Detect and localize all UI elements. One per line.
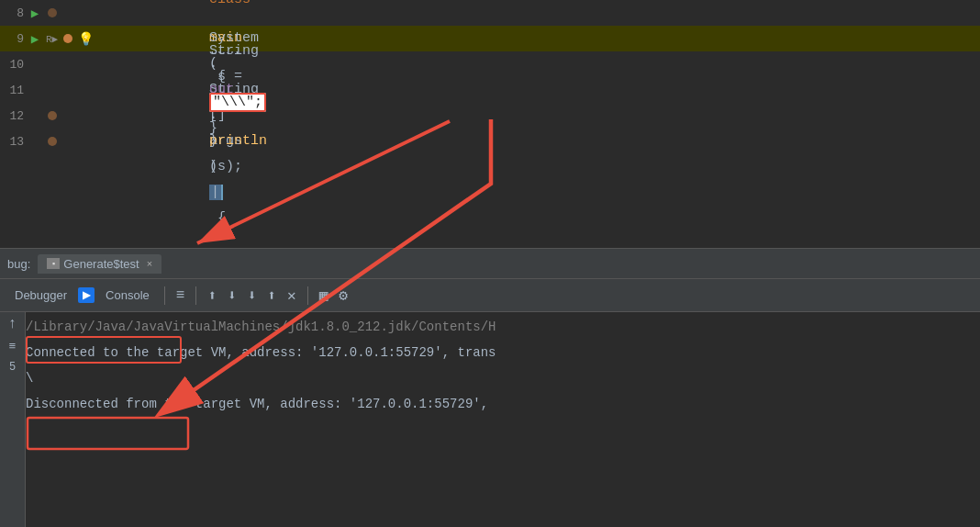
breakpoint-area-13 <box>46 135 59 148</box>
run-to-cursor-9[interactable]: R▶ <box>46 33 58 45</box>
console-line-path: /Library/Java/JavaVirtualMachines/jdk1.8… <box>26 318 980 340</box>
line-number-13: 13 <box>4 135 24 149</box>
toolbar-menu-btn[interactable]: ≡ <box>173 286 189 306</box>
debug-label: bug: <box>7 257 30 271</box>
line-number-11: 11 <box>4 84 24 97</box>
toolbar-upload[interactable]: ⬆ <box>263 285 280 307</box>
line-controls-10: 10 <box>0 58 119 72</box>
console-line-disconnected: Disconnected from the target VM, address… <box>26 395 980 417</box>
tab-generate-test[interactable]: ▪ Generate$test × <box>38 254 161 274</box>
tab-file-icon: ▪ <box>47 258 60 269</box>
tab-close-btn[interactable]: × <box>147 258 152 269</box>
debug-tab-bar: bug: ▪ Generate$test × <box>0 248 980 279</box>
console-with-gutter: ↑ ≡ 5 /Library/Java/JavaVirtualMachines/… <box>0 312 980 527</box>
console-line-connected: Connected to the target VM, address: '12… <box>26 343 980 365</box>
line-controls-9: 9 ▶ R▶ 💡 <box>0 31 119 47</box>
console-icon: ▶ <box>78 287 95 303</box>
code-line-13: 13 } <box>0 129 980 154</box>
breakpoint-area-11 <box>46 84 59 96</box>
breakpoint-dot-9 <box>63 34 72 43</box>
debug-toolbar: Debugger ▶ Console ≡ ⬆ ⬇ ⬇ ⬆ ✕ ▦ ⚙ <box>0 279 980 312</box>
run-button-8[interactable]: ▶ <box>28 6 42 20</box>
gutter-up-arrow[interactable]: ↑ <box>8 316 17 332</box>
code-editor: 8 ▶ static class test { <box>0 0 980 248</box>
toolbar-scroll-up[interactable]: ⬆ <box>204 285 220 307</box>
toolbar-separator-3 <box>307 286 308 305</box>
breakpoint-13 <box>48 137 57 146</box>
ide-container: 8 ▶ static class test { <box>0 0 980 527</box>
toolbar-grid-btn[interactable]: ▦ <box>316 285 332 307</box>
tab-console[interactable]: Console <box>98 285 157 306</box>
side-gutter: ↑ ≡ 5 <box>0 312 26 527</box>
system-call: System <box>209 30 259 46</box>
breakpoint-area-12 <box>46 109 59 122</box>
run-button-9[interactable]: ▶ <box>28 31 42 46</box>
lamp-icon-9[interactable]: 💡 <box>78 31 94 47</box>
console-output: /Library/Java/JavaVirtualMachines/jdk1.8… <box>26 312 980 527</box>
breakpoint-area-8 <box>46 6 59 19</box>
line-controls-13: 13 <box>0 135 119 149</box>
line-controls-11: 11 <box>0 84 119 97</box>
line-number-10: 10 <box>4 58 24 72</box>
code-lines: 8 ▶ static class test { <box>0 0 980 154</box>
console-text-connected: Connected to the target VM, address: '12… <box>26 343 980 360</box>
gutter-num[interactable]: 5 <box>9 361 16 374</box>
tab-debugger[interactable]: Debugger <box>7 285 74 306</box>
toolbar-download[interactable]: ⬇ <box>244 285 261 307</box>
breakpoint-12 <box>48 111 57 120</box>
console-text-output: \ <box>26 369 980 386</box>
debug-panel: Debugger ▶ Console ≡ ⬆ ⬇ ⬇ ⬆ ✕ ▦ ⚙ ↑ ≡ 5 <box>0 279 980 527</box>
console-text-disconnected: Disconnected from the target VM, address… <box>26 395 980 411</box>
breakpoint-area-10 <box>46 58 59 71</box>
toolbar-settings-btn[interactable]: ⚙ <box>335 285 351 307</box>
line-number-8: 8 <box>4 6 24 20</box>
breakpoint-dot-8 <box>48 8 57 17</box>
line-controls-12: 12 <box>0 109 119 123</box>
code-content-13: } <box>119 103 980 180</box>
console-text-path: /Library/Java/JavaVirtualMachines/jdk1.8… <box>26 318 980 334</box>
toolbar-close-x[interactable]: ✕ <box>284 285 300 307</box>
tab-name: Generate$test <box>63 257 139 271</box>
toolbar-scroll-down[interactable]: ⬇ <box>224 285 240 307</box>
no-breakpoint-10 <box>48 60 57 69</box>
toolbar-separator-1 <box>164 286 165 305</box>
breakpoint-area-9[interactable] <box>61 32 74 45</box>
line-controls-8: 8 ▶ <box>0 6 119 20</box>
line-number-12: 12 <box>4 109 24 123</box>
console-line-output: \ <box>26 369 980 391</box>
gutter-bottom-btn[interactable]: ≡ <box>9 340 17 353</box>
line-number-9: 9 <box>4 32 24 46</box>
toolbar-separator-2 <box>195 286 196 305</box>
